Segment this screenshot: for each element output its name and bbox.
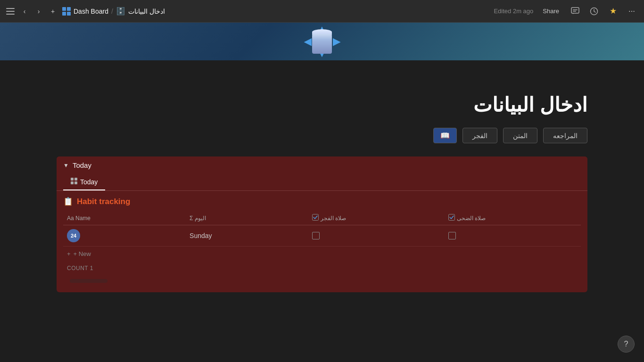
avatar-cell: 24 [67, 229, 182, 242]
svg-rect-5 [573, 11, 576, 12]
fajr-checkbox[interactable] [312, 232, 320, 239]
arrow-right: ▶ [333, 36, 340, 47]
today-group: ▼ Today Today 📋 Habit tracking [57, 156, 587, 292]
topbar-left: ‹ › + Dash Board / 🗄️ ادخال البيانات [6, 5, 165, 18]
page-banner: ▲ ▼ ◀ ▶ [0, 23, 644, 60]
svg-rect-2 [6, 14, 15, 15]
tab-grid-icon [71, 178, 77, 186]
today-header-title: Today [73, 161, 91, 169]
svg-rect-0 [6, 8, 15, 9]
svg-rect-3 [571, 8, 579, 13]
nav-buttons: ‹ › + [18, 5, 59, 18]
new-row-button[interactable]: + + New [63, 247, 581, 261]
filter-book-button[interactable]: 📖 [433, 128, 457, 143]
database-icon: ▲ ▼ ◀ ▶ [303, 23, 341, 60]
avatar: 24 [67, 229, 80, 242]
habit-table: Aa Name Σ اليوم صلاة الفجر [63, 211, 581, 247]
svg-rect-9 [71, 181, 74, 184]
cylinder-shape [312, 29, 332, 54]
breadcrumb-title[interactable]: Dash Board [74, 8, 108, 15]
habit-tracking-title: 📋 Habit tracking [63, 197, 581, 206]
breadcrumb-current-page[interactable]: ادخال البيانات [128, 8, 165, 15]
breadcrumb-separator: / [111, 8, 113, 15]
cell-fajr[interactable] [308, 225, 445, 247]
new-row-plus-icon: + [67, 250, 71, 257]
arrow-left: ◀ [304, 36, 311, 47]
history-icon[interactable] [587, 5, 601, 18]
duha-check-icon [448, 214, 455, 222]
svg-rect-4 [573, 9, 578, 10]
topbar-right: Edited 2m ago Share ★ ··· [494, 5, 638, 18]
forward-button[interactable]: › [32, 5, 45, 18]
habit-icon: 📋 [63, 197, 73, 206]
page-title: ادخال البيانات [57, 93, 587, 116]
today-tabs: Today [57, 174, 587, 191]
svg-rect-1 [6, 11, 15, 12]
filter-review-button[interactable]: المراجعه [543, 128, 587, 143]
collapse-arrow-icon: ▼ [63, 162, 69, 169]
sigma-icon: Σ [190, 215, 193, 222]
main-content: ادخال البيانات المراجعه المتن الفجر 📖 ▼ … [0, 60, 644, 362]
habit-title-text: Habit tracking [77, 197, 130, 206]
cell-name[interactable]: 24 [63, 225, 186, 247]
duha-checkbox[interactable] [448, 232, 456, 239]
tab-today[interactable]: Today [63, 174, 105, 190]
habit-section: 📋 Habit tracking Aa Name Σ اليوم [57, 191, 587, 292]
back-button[interactable]: ‹ [18, 5, 31, 18]
topbar: ‹ › + Dash Board / 🗄️ ادخال البيانات Edi… [0, 0, 644, 23]
fajr-check-icon [312, 214, 319, 222]
col-header-duha: صلاة الضحى [445, 211, 581, 225]
tab-today-label: Today [80, 178, 98, 186]
add-button[interactable]: + [46, 5, 59, 18]
col-header-name: Aa Name [63, 211, 186, 225]
comment-icon[interactable] [569, 5, 582, 18]
filter-fajar-button[interactable]: الفجر [462, 128, 497, 143]
edited-timestamp: Edited 2m ago [494, 8, 533, 15]
favorite-icon[interactable]: ★ [606, 5, 619, 18]
svg-rect-7 [71, 178, 74, 181]
svg-rect-8 [74, 178, 77, 181]
more-options-icon[interactable]: ··· [625, 5, 638, 18]
share-button[interactable]: Share [539, 6, 563, 16]
col-header-today: Σ اليوم [186, 211, 308, 225]
col-header-fajr: صلاة الفجر [308, 211, 445, 225]
table-header-row: Aa Name Σ اليوم صلاة الفجر [63, 211, 581, 225]
today-header[interactable]: ▼ Today [57, 156, 587, 174]
cell-duha[interactable] [445, 225, 581, 247]
scroll-indicator[interactable] [70, 279, 107, 283]
help-button[interactable]: ? [618, 336, 635, 353]
table-row: 24 Sunday [63, 225, 581, 247]
svg-rect-10 [74, 181, 77, 184]
breadcrumb-page-icon: 🗄️ [116, 7, 125, 16]
filter-buttons: المراجعه المتن الفجر 📖 [57, 128, 587, 143]
cell-today[interactable]: Sunday [186, 225, 308, 247]
filter-matan-button[interactable]: المتن [503, 128, 537, 143]
grid-icon [62, 7, 71, 16]
book-icon: 📖 [440, 131, 450, 140]
breadcrumb: Dash Board / 🗄️ ادخال البيانات [74, 7, 165, 16]
count-row: COUNT 1 [63, 261, 581, 275]
menu-icon[interactable] [6, 7, 15, 16]
